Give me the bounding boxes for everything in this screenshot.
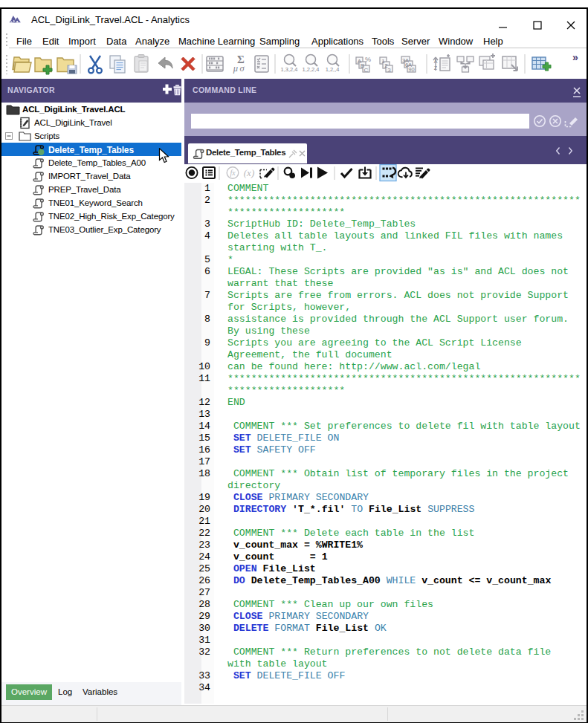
svg-text:Z: Z [434, 65, 438, 71]
svg-text:%: % [365, 56, 371, 63]
svg-text:C: C [364, 67, 369, 74]
svg-text:(x): (x) [244, 167, 254, 178]
svg-text:»: » [572, 51, 578, 63]
svg-text:1,2,2,4: 1,2,2,4 [303, 66, 320, 73]
svg-text:σ: σ [239, 63, 245, 74]
svg-text:A: A [434, 59, 438, 64]
svg-text:3: 3 [387, 67, 391, 74]
svg-text:90: 90 [408, 66, 414, 73]
svg-text:μ: μ [233, 63, 238, 74]
svg-text:fx: fx [230, 169, 236, 177]
svg-text:1,2,,4: 1,2,,4 [326, 66, 340, 73]
svg-text:1,3,2,4: 1,3,2,4 [281, 66, 298, 73]
